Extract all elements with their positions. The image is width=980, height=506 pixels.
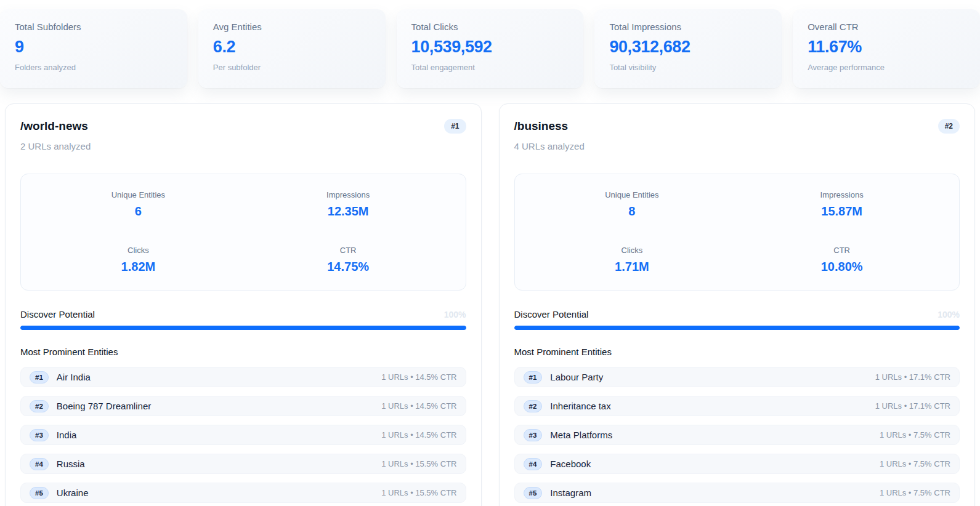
panel-stats-grid: Unique Entities 6 Impressions 12.35M Cli… [20, 174, 466, 291]
panel-stat: Unique Entities 6 [33, 190, 243, 219]
summary-card-value: 90,312,682 [609, 38, 767, 57]
entity-row: #2 Boeing 787 Dreamliner 1 URLs • 14.5% … [20, 396, 466, 416]
summary-card-title: Overall CTR [808, 22, 965, 32]
entity-rank-badge: #5 [30, 487, 49, 499]
panel-stat-label: CTR [243, 246, 453, 255]
entity-name: Russia [57, 459, 85, 469]
panel-stats-grid: Unique Entities 8 Impressions 15.87M Cli… [514, 174, 960, 291]
panel-stat-value: 12.35M [243, 204, 453, 219]
discover-potential-bar-fill [514, 326, 960, 330]
discover-potential-row: Discover Potential 100% [514, 309, 960, 319]
panels-row: /world-news #1 2 URLs analyzed Unique En… [5, 103, 975, 506]
panel-rank-badge: #2 [938, 119, 960, 134]
entities-heading: Most Prominent Entities [20, 347, 466, 357]
entity-rank-badge: #2 [524, 400, 543, 412]
entity-rank-badge: #1 [524, 371, 543, 384]
discover-potential-label: Discover Potential [20, 309, 95, 319]
entity-meta: 1 URLs • 7.5% CTR [880, 488, 950, 497]
discover-potential-bar-track [20, 326, 466, 330]
summary-card: Total Subfolders 9 Folders analyzed [0, 9, 187, 88]
entity-meta: 1 URLs • 15.5% CTR [381, 459, 456, 468]
entities-heading: Most Prominent Entities [514, 347, 960, 357]
entity-rank-badge: #4 [30, 458, 49, 470]
entity-rank-badge: #2 [30, 400, 49, 412]
summary-card-value: 11.67% [808, 38, 965, 57]
discover-potential-label: Discover Potential [514, 309, 589, 319]
panel-stat-label: Impressions [243, 190, 453, 199]
panel-stat-value: 14.75% [243, 260, 453, 274]
entity-row: #4 Facebook 1 URLs • 7.5% CTR [514, 454, 960, 474]
summary-card-subtitle: Folders analyzed [15, 63, 172, 72]
panel-stat-value: 1.82M [33, 260, 243, 274]
discover-potential-bar-fill [20, 326, 466, 330]
entity-row: #5 Ukraine 1 URLs • 15.5% CTR [20, 483, 466, 503]
panel-stat: CTR 10.80% [737, 246, 947, 274]
summary-card: Avg Entities 6.2 Per subfolder [198, 9, 386, 88]
summary-card: Overall CTR 11.67% Average performance [793, 9, 980, 88]
entity-row: #4 Russia 1 URLs • 15.5% CTR [20, 454, 466, 474]
summary-card: Total Clicks 10,539,592 Total engagement [397, 9, 584, 88]
entity-rank-badge: #1 [30, 371, 49, 384]
discover-potential-value: 100% [444, 310, 466, 319]
entity-meta: 1 URLs • 17.1% CTR [875, 401, 950, 411]
summary-card-subtitle: Total engagement [411, 63, 569, 72]
summary-card-title: Total Impressions [609, 22, 767, 32]
summary-card-title: Total Subfolders [15, 22, 172, 32]
entity-name: Labour Party [550, 372, 603, 382]
entity-rank-badge: #3 [30, 429, 49, 441]
entity-name: India [57, 430, 77, 440]
panel-stat: Clicks 1.71M [527, 246, 737, 274]
entities-list: #1 Labour Party 1 URLs • 17.1% CTR #2 In… [514, 367, 960, 503]
entity-row: #1 Labour Party 1 URLs • 17.1% CTR [514, 367, 960, 387]
panel-stat: Impressions 12.35M [243, 190, 453, 219]
panel-title: /world-news [20, 119, 88, 133]
summary-card-title: Total Clicks [411, 22, 569, 32]
entity-meta: 1 URLs • 14.5% CTR [381, 372, 456, 382]
entity-row: #3 Meta Platforms 1 URLs • 7.5% CTR [514, 425, 960, 445]
discover-potential-bar-track [514, 326, 960, 330]
entity-meta: 1 URLs • 15.5% CTR [381, 488, 456, 497]
panel-subtitle: 4 URLs analyzed [514, 141, 960, 151]
entity-rank-badge: #5 [524, 487, 543, 499]
entity-meta: 1 URLs • 17.1% CTR [875, 372, 950, 382]
panel-stat-label: CTR [737, 246, 947, 255]
panel-stat-label: Unique Entities [33, 190, 243, 199]
entity-name: Boeing 787 Dreamliner [57, 401, 151, 411]
entity-meta: 1 URLs • 7.5% CTR [880, 430, 950, 440]
panel-stat-label: Impressions [737, 190, 947, 199]
discover-potential-row: Discover Potential 100% [20, 309, 466, 319]
panel-stat-value: 1.71M [527, 260, 737, 274]
entity-meta: 1 URLs • 14.5% CTR [381, 401, 456, 411]
summary-card-subtitle: Per subfolder [213, 63, 371, 72]
entity-rank-badge: #3 [524, 429, 543, 441]
entity-row: #1 Air India 1 URLs • 14.5% CTR [20, 367, 466, 387]
panel-stat-value: 6 [33, 204, 243, 219]
entity-name: Instagram [550, 488, 591, 498]
summary-card-subtitle: Average performance [808, 63, 965, 72]
summary-card-title: Avg Entities [213, 22, 371, 32]
entity-name: Inheritance tax [550, 401, 610, 411]
panel-stat-label: Unique Entities [527, 190, 737, 199]
entities-list: #1 Air India 1 URLs • 14.5% CTR #2 Boein… [20, 367, 466, 503]
panel-stat: Impressions 15.87M [737, 190, 947, 219]
summary-card-value: 9 [15, 38, 172, 57]
entity-name: Ukraine [57, 488, 89, 498]
entity-name: Facebook [550, 459, 591, 469]
panel-stat-value: 10.80% [737, 260, 947, 274]
entity-meta: 1 URLs • 7.5% CTR [880, 459, 950, 468]
summary-card-subtitle: Total visibility [609, 63, 767, 72]
subfolder-panel: /world-news #1 2 URLs analyzed Unique En… [5, 103, 482, 506]
entity-rank-badge: #4 [524, 458, 543, 470]
panel-stat-label: Clicks [33, 246, 243, 255]
summary-cards-row: Total Subfolders 9 Folders analyzed Avg … [0, 9, 980, 88]
panel-stat: Clicks 1.82M [33, 246, 243, 274]
panel-rank-badge: #1 [444, 119, 466, 134]
discover-potential-value: 100% [937, 310, 960, 319]
entity-row: #2 Inheritance tax 1 URLs • 17.1% CTR [514, 396, 960, 416]
panel-stat: Unique Entities 8 [527, 190, 737, 219]
panel-stat-label: Clicks [527, 246, 737, 255]
entity-name: Air India [57, 372, 91, 382]
panel-title: /business [514, 119, 569, 133]
panel-stat-value: 15.87M [737, 204, 947, 219]
entity-row: #5 Instagram 1 URLs • 7.5% CTR [514, 483, 960, 503]
